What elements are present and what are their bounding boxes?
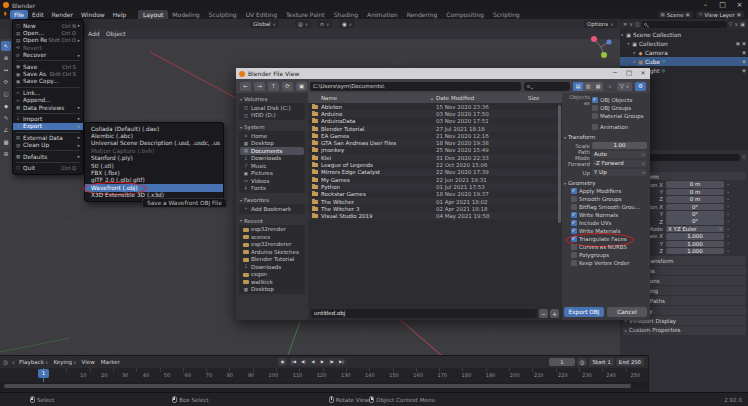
geometry-checkbox[interactable] xyxy=(571,252,577,258)
system-folder-item[interactable]: ▭Videos xyxy=(240,177,304,185)
file-row[interactable]: League of Legends 22 Oct 2020 15:06 xyxy=(308,161,562,168)
file-row[interactable]: Rockstar Games 18 Nov 2020 19:37 xyxy=(308,191,562,198)
outliner-type-icon[interactable]: ≡ xyxy=(623,21,627,27)
volume-item[interactable]: ◫HDD (D:) xyxy=(240,112,304,120)
jump-to-start-button[interactable]: |◀ xyxy=(289,358,299,366)
file-menu-item[interactable]: ⟲ Revert xyxy=(13,44,83,51)
obj-groups-checkbox[interactable] xyxy=(592,105,598,111)
export-menu-item[interactable]: glTF 2.0 (.glb/.gltf) xyxy=(85,177,223,184)
file-menu-item[interactable]: ○ Quit Ctrl Q xyxy=(13,164,83,171)
tool-button[interactable]: ⊞ xyxy=(1,149,11,159)
value-field[interactable]: 0 m xyxy=(666,189,724,196)
options-dropdown[interactable]: Options∨ xyxy=(584,20,617,28)
navigation-gizmo[interactable] xyxy=(586,33,618,69)
geometry-checkbox[interactable] xyxy=(571,260,577,266)
jump-to-end-button[interactable]: ▶| xyxy=(337,358,347,366)
close-button[interactable]: × xyxy=(731,0,748,10)
file-row[interactable]: Blender Tutorial 27 Jul 2021 18:18 xyxy=(308,125,562,132)
clock-editor-icon[interactable]: ◷ xyxy=(3,359,8,365)
file-menu-item[interactable]: ↥ Export ▸ xyxy=(13,123,83,130)
play-button[interactable]: ▶ xyxy=(318,358,328,366)
dialog-titlebar[interactable]: Blender File View ─ □ × xyxy=(236,68,650,79)
tool-button[interactable]: ⊕ xyxy=(1,53,11,63)
value-field[interactable]: 0 m xyxy=(666,196,724,203)
tool-button[interactable]: ◱ xyxy=(1,89,11,99)
animation-checkbox[interactable] xyxy=(592,124,598,130)
file-row[interactable]: ArduinoData 03 Nov 2020 17:51 xyxy=(308,118,562,125)
tool-button[interactable]: ↔ xyxy=(1,65,11,75)
material-groups-checkbox[interactable] xyxy=(592,113,598,119)
workspace-tab[interactable]: Sculpting xyxy=(204,10,241,19)
eye-visibility-icon[interactable]: ◉ xyxy=(742,59,746,64)
size-column-header[interactable]: Size xyxy=(528,95,562,101)
transform-section-header[interactable]: ▾Transform xyxy=(564,133,647,141)
geometry-checkbox[interactable] xyxy=(571,244,577,250)
current-frame-field[interactable]: 1 xyxy=(549,358,575,366)
animate-dot-icon[interactable]: • xyxy=(724,182,732,187)
outliner-row[interactable]: ▸ ▣ Scene Collection ▣ ◉ xyxy=(620,30,748,39)
path-input[interactable]: C:\Users\sym\Documents\ xyxy=(310,82,521,91)
file-row[interactable]: The Witcher 01 Apr 2021 18:02 xyxy=(308,198,562,205)
name-column-header[interactable]: Name▴ xyxy=(308,95,436,101)
value-field[interactable]: 0 m xyxy=(666,181,724,188)
value-field[interactable]: 0° xyxy=(666,204,724,211)
file-search-input[interactable] xyxy=(524,82,570,91)
eye-visibility-icon[interactable]: ◉ xyxy=(742,68,746,73)
display-mode-button[interactable]: ▤ xyxy=(573,82,583,91)
geometry-checkbox[interactable] xyxy=(571,236,577,242)
tool-button[interactable]: ▦ xyxy=(1,137,11,147)
recent-folder-item[interactable]: scenes xyxy=(240,233,304,241)
export-menu-item[interactable]: Wavefront (.obj) xyxy=(85,184,223,191)
minimize-button[interactable]: ─ xyxy=(608,68,622,79)
value-field[interactable]: 0° xyxy=(666,211,724,218)
scene-selector[interactable]: ▦ Scene ▣ xyxy=(658,11,693,18)
filter-funnel-button[interactable]: ▽ ∨ xyxy=(617,82,632,91)
timeline-menu-item[interactable]: Playback∨ xyxy=(19,359,48,365)
menubar-item[interactable]: Window xyxy=(77,10,109,19)
value-field[interactable]: 1.000 xyxy=(666,248,724,255)
menubar-item[interactable]: File xyxy=(10,10,28,19)
geometry-checkbox[interactable] xyxy=(571,188,577,194)
recent-folder-item[interactable]: ↧Downloads xyxy=(240,263,304,271)
recent-folder-item[interactable]: csgon xyxy=(240,271,304,279)
rotation-mode-dropdown[interactable]: X YZ Euler∨ xyxy=(666,226,724,233)
obj-objects-checkbox[interactable] xyxy=(592,97,598,103)
system-folder-item[interactable]: ♪Music xyxy=(240,162,304,170)
tool-button[interactable]: ∠ xyxy=(1,125,11,135)
volume-item[interactable]: ◫Local Disk (C:) xyxy=(240,104,304,112)
date-column-header[interactable]: Date Modified xyxy=(436,95,528,101)
system-folder-item[interactable]: FFonts xyxy=(240,185,304,193)
outliner-search-input[interactable] xyxy=(642,21,727,28)
system-folder-item[interactable]: ▣Pictures xyxy=(240,170,304,178)
file-row[interactable]: jmonkey 25 Nov 2020 15:49 xyxy=(308,147,562,154)
recent-folder-item[interactable]: Blender Tutorial xyxy=(240,256,304,264)
export-menu-item[interactable]: Collada (Default) (.dae) xyxy=(85,125,223,132)
workspace-tab[interactable]: Compositing xyxy=(442,10,489,19)
animate-dot-icon[interactable]: • xyxy=(724,197,732,202)
file-menu-item[interactable]: ▣ Save Copy... xyxy=(13,78,83,85)
path-mode-dropdown[interactable]: Auto∨ xyxy=(592,151,647,159)
recent-section-header[interactable]: ▾Recent xyxy=(236,217,308,225)
recent-folder-item[interactable]: ▦Desktop xyxy=(240,286,304,294)
geometry-section-header[interactable]: ▾Geometry xyxy=(564,179,647,187)
file-menu-item[interactable]: ▢ New Ctrl N ▸ xyxy=(13,22,83,29)
file-menu-item[interactable]: ▣ Save Ctrl S xyxy=(13,63,83,70)
system-folder-item[interactable]: ⌂Home xyxy=(240,132,304,140)
workspace-tab[interactable]: UV Editing xyxy=(241,10,281,19)
maximize-button[interactable]: □ xyxy=(714,0,731,10)
system-folder-item[interactable]: ▤Documents xyxy=(240,147,304,155)
filename-input[interactable]: untitled.obj xyxy=(311,309,537,318)
new-folder-button[interactable]: ▣ xyxy=(296,82,307,91)
file-menu-item[interactable]: ▣ Save As... Shift Ctrl S xyxy=(13,70,83,77)
filter-funnel-icon[interactable]: ▽ xyxy=(742,154,746,160)
increment-button[interactable]: + xyxy=(550,309,559,318)
maximize-button[interactable]: □ xyxy=(622,68,636,79)
minimize-button[interactable]: – xyxy=(697,0,714,10)
timeline-menu-item[interactable]: Marker xyxy=(101,359,121,365)
new-collection-icon[interactable]: ▣ xyxy=(740,21,745,27)
workspace-tab[interactable]: Shading xyxy=(329,10,362,19)
file-row[interactable]: Ableton 15 Nov 2020 23:36 xyxy=(308,103,562,110)
current-frame-badge[interactable]: 1 xyxy=(38,369,49,378)
add-menu[interactable]: Add xyxy=(84,29,104,38)
transform-orientation-dropdown[interactable]: Global∨ xyxy=(250,20,279,28)
